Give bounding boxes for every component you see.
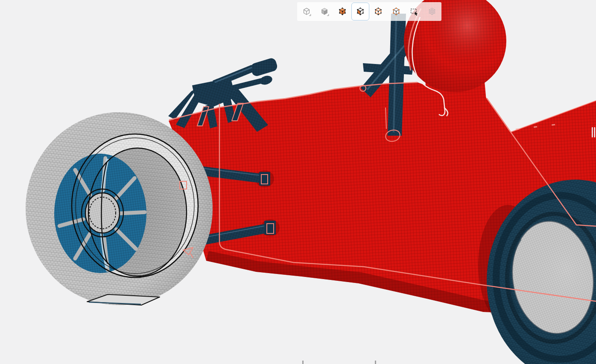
select-mesh-elements-button[interactable] — [423, 3, 441, 20]
cube-edges-icon — [374, 7, 383, 16]
marquee-cursor-icon — [409, 7, 419, 16]
selection-toolbar — [297, 2, 441, 21]
view-cube-outline-button[interactable] — [298, 3, 316, 20]
box-select-button[interactable] — [405, 3, 423, 20]
wheel-hub[interactable] — [85, 193, 120, 233]
mesh-viewport[interactable] — [0, 0, 596, 364]
cube-vertices-icon — [391, 7, 401, 16]
mesh-cube-icon — [427, 7, 437, 16]
cube-face-icon — [356, 7, 365, 16]
select-edges-button[interactable] — [369, 3, 387, 20]
front-wheel[interactable] — [26, 112, 213, 305]
select-vertices-button[interactable] — [387, 3, 405, 20]
view-cube-solid-button[interactable] — [316, 3, 333, 20]
select-volumes-button[interactable] — [333, 3, 351, 20]
scene-canvas[interactable] — [0, 0, 596, 364]
select-faces-button[interactable] — [351, 3, 369, 20]
cube-solid-corner-icon — [320, 7, 329, 16]
cube-volume-icon — [338, 7, 347, 16]
cube-outline-corner-icon — [302, 7, 311, 16]
